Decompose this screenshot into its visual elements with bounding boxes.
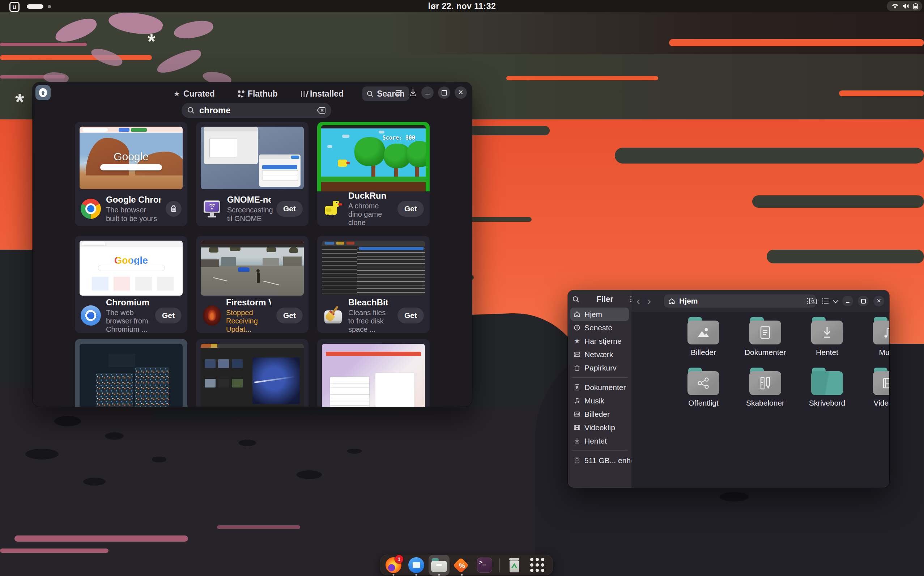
- uninstall-button[interactable]: [166, 201, 182, 217]
- flathub-icon: [238, 90, 244, 97]
- battery-icon: [913, 3, 918, 10]
- sidebar-item-netvaerk[interactable]: Netværk: [570, 348, 629, 361]
- app-screenshot: [317, 339, 429, 407]
- film-icon: [574, 424, 581, 431]
- software-store-window: ★ Curated Flathub Installed: [32, 82, 472, 407]
- app-title: Google Chrome: [106, 195, 161, 205]
- disk-icon: [574, 457, 581, 464]
- search-icon[interactable]: [573, 296, 579, 303]
- get-button[interactable]: Get: [397, 307, 424, 323]
- trash-icon: [170, 205, 177, 213]
- folder-skabeloner[interactable]: Skabeloner: [736, 368, 794, 407]
- sidebar-divider: [572, 378, 627, 378]
- app-card-chromium[interactable]: Google Chromium Web ... The web browser …: [75, 236, 187, 333]
- sidebar-item-musik[interactable]: Musik: [570, 394, 629, 407]
- sidebar-item-device[interactable]: 511 GB... enhed: [570, 454, 629, 467]
- dock-separator: [499, 558, 500, 573]
- dock-files[interactable]: [431, 557, 447, 573]
- get-button[interactable]: Get: [155, 307, 182, 323]
- sidebar-item-papirkurv[interactable]: Papirkurv: [570, 361, 629, 374]
- search-icon: [187, 107, 195, 114]
- distro-logo-icon[interactable]: U: [10, 2, 19, 12]
- app-card-partial[interactable]: [196, 339, 308, 407]
- folder-skrivebord[interactable]: Skrivebord: [798, 368, 856, 407]
- get-button[interactable]: Get: [276, 307, 303, 323]
- app-title: Firestorm Viewer: [226, 298, 271, 307]
- dock-trash[interactable]: [506, 557, 523, 573]
- app-card-partial[interactable]: [317, 339, 429, 407]
- install-queue-icon[interactable]: [409, 88, 417, 97]
- app-card-bleachbit[interactable]: BleachBit Cleans files to free disk spac…: [317, 236, 429, 333]
- app-card-duckrun[interactable]: Score: 800 DuckRun A chrome dino game cl…: [317, 122, 429, 226]
- folder-billeder[interactable]: Billeder: [675, 317, 732, 357]
- get-button[interactable]: Get: [397, 201, 424, 217]
- app-card-gnome-network-displays[interactable]: GNOME-netvæ... Screencasting til GNOME G…: [196, 122, 308, 226]
- dock: 1 % >_: [380, 555, 553, 575]
- app-card-firestorm[interactable]: Firestorm Viewer Stopped Receiving Updat…: [196, 236, 308, 333]
- path-bar[interactable]: Hjem ⋮: [664, 294, 816, 307]
- sidebar-divider: [572, 450, 627, 451]
- close-button[interactable]: ×: [873, 296, 884, 306]
- firestorm-icon: [203, 306, 221, 326]
- sidebar-item-dokumenter[interactable]: Dokumenter: [570, 381, 629, 394]
- forward-icon[interactable]: ›: [647, 295, 651, 307]
- download-icon: [574, 437, 581, 444]
- system-tray[interactable]: [887, 1, 922, 11]
- sidebar-item-har-stjerne[interactable]: ★ Har stjerne: [570, 334, 629, 348]
- workspace-indicator[interactable]: [27, 4, 43, 9]
- app-card-google-chrome[interactable]: Google Google Chrome The browser built t…: [75, 122, 187, 226]
- folder-search-icon[interactable]: [809, 298, 817, 305]
- app-screenshot: [196, 236, 308, 298]
- maximize-button[interactable]: [858, 296, 869, 306]
- sidebar-item-hentet[interactable]: Hentet: [570, 434, 629, 448]
- dock-app-center[interactable]: %: [453, 557, 470, 573]
- list-view-icon[interactable]: [822, 298, 829, 304]
- clear-backspace-icon[interactable]: [317, 107, 326, 114]
- star-icon: ★: [174, 90, 180, 98]
- folder-videoklip[interactable]: Videoklip: [860, 368, 889, 407]
- folder-dokumenter[interactable]: Dokumenter: [736, 317, 794, 357]
- sidebar-item-billeder[interactable]: Billeder: [570, 407, 629, 421]
- dock-firefox[interactable]: 1: [385, 557, 402, 573]
- sidebar-item-seneste[interactable]: Seneste: [570, 321, 629, 334]
- tab-installed[interactable]: Installed: [297, 86, 348, 101]
- folder-musik[interactable]: Musik: [860, 317, 889, 357]
- bleachbit-icon: [323, 306, 343, 326]
- dock-terminal[interactable]: >_: [476, 557, 493, 573]
- sidebar-item-videoklip[interactable]: Videoklip: [570, 421, 629, 434]
- trash-icon: [507, 557, 522, 573]
- app-card-partial[interactable]: [75, 339, 187, 407]
- tab-curated[interactable]: ★ Curated: [169, 86, 219, 101]
- dock-thunderbird[interactable]: [408, 557, 424, 573]
- main-menu-icon[interactable]: [393, 87, 405, 98]
- music-emblem-icon: [883, 326, 889, 339]
- minimize-button[interactable]: [421, 86, 434, 99]
- close-button[interactable]: ×: [455, 86, 467, 99]
- workspace-dot[interactable]: [48, 5, 51, 8]
- view-options-chevron-icon[interactable]: [833, 298, 839, 303]
- get-button[interactable]: Get: [276, 201, 303, 217]
- top-bar: U lør 22. nov 11:32: [0, 0, 924, 12]
- store-search-field[interactable]: chrome: [182, 103, 331, 118]
- store-tabs: ★ Curated Flathub Installed: [169, 86, 409, 101]
- app-description: Stopped Receiving Updat...: [226, 309, 271, 333]
- folder-offentligt[interactable]: Offentligt: [675, 368, 732, 407]
- trash-icon: [574, 364, 581, 371]
- folder-hentet[interactable]: Hentet: [798, 317, 856, 357]
- minimize-button[interactable]: [842, 296, 853, 306]
- image-icon: [574, 411, 581, 418]
- clock[interactable]: lør 22. nov 11:32: [428, 0, 496, 12]
- tab-flathub[interactable]: Flathub: [234, 86, 282, 101]
- files-sidebar: Filer Hjem Seneste: [568, 290, 632, 488]
- back-icon[interactable]: ‹: [637, 295, 640, 307]
- app-description: Screencasting til GNOME: [227, 206, 271, 222]
- flower-star-icon: *: [15, 90, 24, 114]
- dock-app-grid[interactable]: [529, 557, 545, 573]
- app-title: DuckRun: [348, 191, 393, 201]
- files-app-title: Filer: [579, 294, 630, 304]
- duckrun-icon: [323, 198, 343, 219]
- app-grid-icon: [530, 558, 544, 572]
- maximize-button[interactable]: [438, 86, 450, 99]
- document-icon: [574, 384, 581, 391]
- sidebar-item-hjem[interactable]: Hjem: [570, 307, 629, 321]
